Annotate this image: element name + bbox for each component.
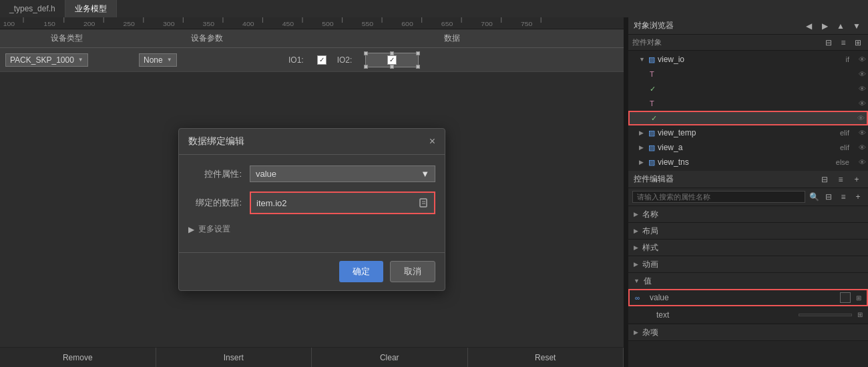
io2-checkbox <box>387 55 397 65</box>
view-tns-icon: ▨ <box>648 158 655 167</box>
we-add-icon[interactable]: + <box>851 173 863 186</box>
right-panel: 对象浏览器 ◀ ▶ ▲ ▼ 控件对象 ⊟ ≡ ⊞ ▼ ▨ view_io if <box>628 17 868 367</box>
we-filter-icon[interactable]: ⊟ <box>819 173 831 186</box>
search-list-icon[interactable]: ≡ <box>837 191 849 203</box>
cat-style-label: 样式 <box>642 242 658 254</box>
ruler: 100 150 200 250 300 350 400 450 500 550 … <box>0 17 624 29</box>
modal-bind-input[interactable] <box>251 196 414 211</box>
check1-icon: ✓ <box>650 85 656 93</box>
tree-item-view-io[interactable]: ▼ ▨ view_io if 👁 <box>628 52 868 67</box>
view-tns-eye-icon[interactable]: 👁 <box>856 158 868 166</box>
handle-bc <box>390 65 394 69</box>
cat-style-header[interactable]: ▶ 样式 <box>628 240 868 256</box>
prop-value-link-icon[interactable]: ⊞ <box>856 294 861 302</box>
modal-bind-file-icon[interactable] <box>414 193 434 213</box>
view-io-eye-icon[interactable]: 👁 <box>856 55 868 63</box>
cat-name: ▶ 名称 <box>628 206 868 223</box>
object-tree: ▼ ▨ view_io if 👁 T 👁 ✓ 👁 <box>628 51 868 171</box>
widget-editor: 控件编辑器 ⊟ ≡ + 🔍 ⊟ ≡ + ▶ 名称 <box>628 171 868 367</box>
prop-value-name: value <box>650 293 835 302</box>
cell-device-type: PACK_SKP_1000 ▼ <box>0 53 134 67</box>
clear-button[interactable]: Clear <box>312 348 468 367</box>
obj-toolbar: 控件对象 ⊟ ≡ ⊞ <box>628 35 868 51</box>
tree-item-view-temp[interactable]: ▶ ▨ view_temp elif 👁 <box>628 125 868 140</box>
device-param-select[interactable]: None ▼ <box>139 53 177 67</box>
t2-icon: T <box>650 99 654 107</box>
modal-prop-arrow-icon: ▼ <box>421 169 429 179</box>
io1-checkbox[interactable] <box>317 55 327 65</box>
modal-confirm-button[interactable]: 确定 <box>339 261 383 282</box>
check2-eye-icon[interactable]: 👁 <box>855 114 867 122</box>
nav-forward-icon[interactable]: ▶ <box>819 20 831 32</box>
modal-body: 控件属性: value ▼ 绑定的数据: <box>179 155 445 252</box>
object-browser: 对象浏览器 ◀ ▶ ▲ ▼ 控件对象 ⊟ ≡ ⊞ ▼ ▨ view_io if <box>628 17 868 171</box>
tab-types-def[interactable]: _types_def.h <box>0 0 65 17</box>
nav-up-icon[interactable]: ▲ <box>835 20 847 32</box>
cat-animation-header[interactable]: ▶ 动画 <box>628 256 868 272</box>
insert-button[interactable]: Insert <box>156 348 312 367</box>
canvas-area[interactable]: 数据绑定编辑 × 控件属性: value ▼ <box>0 72 624 347</box>
cat-layout-header[interactable]: ▶ 布局 <box>628 223 868 239</box>
header-device-param: 设备参数 <box>134 33 280 44</box>
list-icon[interactable]: ≡ <box>837 37 849 49</box>
nav-back-icon[interactable]: ◀ <box>803 20 815 32</box>
device-type-select[interactable]: PACK_SKP_1000 ▼ <box>5 53 88 67</box>
widget-editor-search: 🔍 ⊟ ≡ + <box>628 188 868 206</box>
tab-business-model[interactable]: 业务模型 <box>65 0 117 17</box>
check1-eye-icon[interactable]: 👁 <box>856 85 868 93</box>
widget-editor-title: 控件编辑器 <box>634 173 815 185</box>
search-icon[interactable]: 🔍 <box>808 191 820 203</box>
reset-button[interactable]: Reset <box>468 348 624 367</box>
filter-icon[interactable]: ⊟ <box>823 37 835 49</box>
modal-prop-select[interactable]: value ▼ <box>250 165 435 182</box>
handle-bl <box>364 65 368 69</box>
cat-style: ▶ 样式 <box>628 240 868 256</box>
t1-eye-icon[interactable]: 👁 <box>856 70 868 78</box>
data-row: PACK_SKP_1000 ▼ None ▼ IO1: IO2: <box>0 48 624 72</box>
view-temp-eye-icon[interactable]: 👁 <box>856 129 868 137</box>
t2-eye-icon[interactable]: 👁 <box>856 99 868 107</box>
cat-value-header[interactable]: ▼ 值 <box>628 273 868 289</box>
modal-bind-control <box>250 192 435 214</box>
svg-text:150: 150 <box>43 21 55 27</box>
modal-cancel-button[interactable]: 取消 <box>390 261 435 282</box>
search-filter-icon[interactable]: ⊟ <box>823 191 835 203</box>
view-temp-icon: ▨ <box>648 129 655 137</box>
cat-layout-arrow-icon: ▶ <box>634 228 638 234</box>
remove-button[interactable]: Remove <box>0 348 156 367</box>
search-input[interactable] <box>632 191 805 203</box>
we-list-icon[interactable]: ≡ <box>835 173 847 186</box>
modal-prop-control: value ▼ <box>250 165 435 182</box>
tree-item-view-tns[interactable]: ▶ ▨ view_tns else 👁 <box>628 155 868 169</box>
modal-prop-label: 控件属性: <box>188 168 242 180</box>
view-a-eye-icon[interactable]: 👁 <box>856 143 868 151</box>
settings-icon[interactable]: ⊞ <box>852 37 864 49</box>
cat-layout-label: 布局 <box>642 226 658 237</box>
tree-item-check2-highlighted[interactable]: ✓ 👁 <box>628 111 868 125</box>
nav-down-icon[interactable]: ▼ <box>851 20 863 32</box>
prop-value-checkbox[interactable] <box>840 292 851 303</box>
modal-close-button[interactable]: × <box>429 135 435 147</box>
view-a-icon: ▨ <box>648 143 655 152</box>
view-io-label: view_io <box>658 55 843 64</box>
search-add-icon[interactable]: + <box>852 191 864 203</box>
prop-text-link-icon[interactable]: ⊞ <box>857 311 863 318</box>
cat-name-label: 名称 <box>642 209 658 220</box>
prop-text-value[interactable] <box>799 314 852 316</box>
svg-text:400: 400 <box>242 21 254 27</box>
svg-text:450: 450 <box>282 21 294 27</box>
tree-item-t2[interactable]: T 👁 <box>628 96 868 111</box>
io2-box[interactable] <box>365 53 419 67</box>
tree-item-view-a[interactable]: ▶ ▨ view_a elif 👁 <box>628 140 868 155</box>
tree-item-t1[interactable]: T 👁 <box>628 67 868 81</box>
io1-checkbox-area <box>317 55 327 65</box>
dropdown-arrow2-icon: ▼ <box>167 57 172 63</box>
cat-name-header[interactable]: ▶ 名称 <box>628 206 868 222</box>
obj-label: 控件对象 <box>632 37 820 47</box>
view-temp-badge: elif <box>840 129 853 137</box>
svg-text:700: 700 <box>481 21 493 27</box>
tree-item-check1[interactable]: ✓ 👁 <box>628 81 868 96</box>
cat-misc-header[interactable]: ▶ 杂项 <box>628 324 868 340</box>
modal-more-settings[interactable]: ▶ 更多设置 <box>188 224 435 235</box>
cat-animation-arrow-icon: ▶ <box>634 261 638 268</box>
